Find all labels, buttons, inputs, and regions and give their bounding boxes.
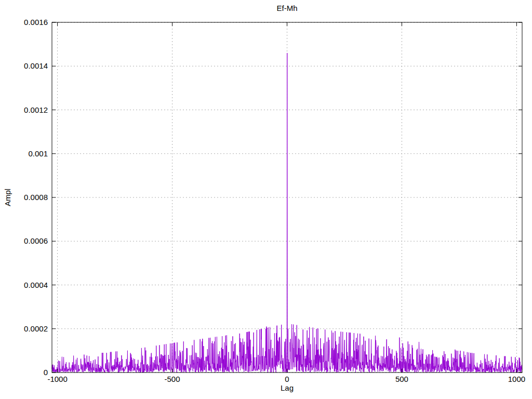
y-tick-label: 0.0016 — [24, 18, 48, 26]
x-tick-label: 1000 — [508, 375, 525, 383]
x-tick-label: 500 — [395, 375, 408, 383]
series-line — [52, 53, 522, 373]
y-tick-label: 0.001 — [28, 149, 48, 158]
y-tick-label: 0.0012 — [24, 105, 48, 114]
x-tick-label: -500 — [165, 375, 180, 383]
y-tick-label: 0.0006 — [24, 236, 48, 245]
y-tick-label: 0 — [44, 368, 48, 377]
y-tick-label: 0.0002 — [24, 324, 48, 333]
y-tick-label: 0.0014 — [24, 61, 48, 70]
plot-area: -1000-5000500100000.00020.00040.00060.00… — [0, 0, 532, 399]
x-tick-label: 0 — [285, 375, 289, 383]
x-tick-label: -1000 — [47, 375, 67, 383]
chart: Ef-Mh Ampl Lag -1000-5000500100000.00020… — [0, 0, 532, 399]
y-tick-label: 0.0004 — [24, 281, 48, 289]
y-tick-label: 0.0008 — [24, 193, 48, 202]
